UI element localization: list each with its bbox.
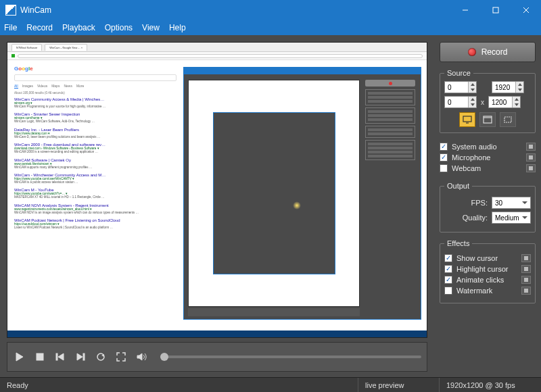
show-cursor-options[interactable] xyxy=(521,254,531,262)
highlight-cursor-label: Highlight cursor xyxy=(456,265,517,273)
system-audio-options[interactable] xyxy=(526,143,536,151)
cursor-highlight xyxy=(293,201,301,210)
source-x1[interactable]: 0 xyxy=(444,81,477,93)
window-title: WinCam xyxy=(20,5,51,15)
svg-point-10 xyxy=(97,353,104,360)
next-frame-button[interactable] xyxy=(74,350,87,364)
microphone-checkbox[interactable] xyxy=(440,153,448,162)
menu-playback[interactable]: Playback xyxy=(62,23,95,32)
menu-record[interactable]: Record xyxy=(26,23,53,32)
svg-rect-28 xyxy=(529,166,533,170)
record-label: Record xyxy=(481,47,508,57)
output-legend: Output xyxy=(444,182,472,190)
preview-content: NTWind Software WinCam - Google Sear… × … xyxy=(7,43,427,337)
svg-rect-30 xyxy=(524,267,528,271)
title-bar: WinCam xyxy=(0,0,541,20)
show-cursor-checkbox[interactable] xyxy=(444,254,452,262)
app-icon xyxy=(5,5,16,16)
watermark-options[interactable] xyxy=(521,287,531,295)
svg-rect-9 xyxy=(83,353,85,360)
svg-marker-16 xyxy=(518,89,522,91)
svg-rect-5 xyxy=(37,353,43,360)
status-dimensions: 1920x1200 @ 30 fps xyxy=(440,378,541,392)
svg-rect-21 xyxy=(463,116,471,122)
status-ready: Ready xyxy=(0,378,358,392)
source-group: Source 0 1920 0 x 1200 xyxy=(440,69,536,133)
minimize-button[interactable] xyxy=(450,0,480,20)
source-mode-region[interactable] xyxy=(500,112,516,127)
fps-select[interactable]: 30 xyxy=(492,197,531,209)
svg-marker-13 xyxy=(471,83,475,86)
animate-clicks-options[interactable] xyxy=(521,276,531,284)
menu-bar: File Record Playback Options View Help xyxy=(0,20,541,35)
svg-marker-8 xyxy=(77,353,83,360)
stop-button[interactable] xyxy=(33,350,47,364)
system-audio-checkbox[interactable] xyxy=(440,143,448,151)
record-button[interactable]: Record xyxy=(440,42,536,62)
watermark-label: Watermark xyxy=(456,287,517,295)
quality-label: Quality: xyxy=(463,214,488,222)
volume-button[interactable] xyxy=(135,350,148,364)
fullscreen-button[interactable] xyxy=(114,350,128,364)
menu-options[interactable]: Options xyxy=(105,23,133,32)
microphone-options[interactable] xyxy=(526,153,536,162)
svg-rect-32 xyxy=(524,289,528,293)
watermark-checkbox[interactable] xyxy=(444,287,452,295)
effects-legend: Effects xyxy=(444,239,472,247)
menu-file[interactable]: File xyxy=(4,23,17,32)
svg-rect-6 xyxy=(56,353,57,360)
svg-marker-4 xyxy=(16,353,23,361)
show-cursor-label: Show cursor xyxy=(456,254,517,262)
svg-marker-17 xyxy=(471,98,475,101)
source-y1[interactable]: 0 xyxy=(444,96,477,108)
play-button[interactable] xyxy=(13,350,26,364)
close-button[interactable] xyxy=(511,0,541,20)
status-bar: Ready live preview 1920x1200 @ 30 fps xyxy=(0,377,541,392)
webcam-options[interactable] xyxy=(526,164,536,172)
svg-marker-15 xyxy=(518,83,522,86)
source-mode-fullscreen[interactable] xyxy=(459,112,475,127)
source-mode-window[interactable] xyxy=(479,112,496,127)
svg-rect-25 xyxy=(504,117,511,122)
svg-marker-18 xyxy=(471,103,475,106)
svg-marker-20 xyxy=(515,103,519,106)
maximize-button[interactable] xyxy=(480,0,511,20)
side-panel: Record Source 0 1920 0 x 1200 xyxy=(434,35,541,377)
highlight-cursor-options[interactable] xyxy=(521,265,531,273)
x-separator: x xyxy=(479,99,486,106)
effects-group: Effects Show cursor Highlight cursor Ani… xyxy=(440,239,536,303)
animate-clicks-checkbox[interactable] xyxy=(444,276,452,284)
svg-marker-14 xyxy=(471,89,475,91)
seek-slider[interactable] xyxy=(160,356,421,358)
svg-marker-7 xyxy=(58,353,64,360)
source-legend: Source xyxy=(444,69,473,77)
preview-area[interactable]: NTWind Software WinCam - Google Sear… × … xyxy=(7,42,427,338)
loop-button[interactable] xyxy=(94,350,108,364)
fps-label: FPS: xyxy=(471,199,488,207)
svg-rect-27 xyxy=(529,155,533,160)
animate-clicks-label: Animate clicks xyxy=(456,276,517,284)
svg-rect-31 xyxy=(524,278,528,282)
microphone-label: Microphone xyxy=(452,153,522,162)
system-audio-label: System audio xyxy=(452,143,522,151)
svg-marker-12 xyxy=(137,353,142,360)
source-x2[interactable]: 1920 xyxy=(492,81,524,93)
nested-preview xyxy=(183,67,421,320)
record-icon xyxy=(468,48,476,56)
transport-bar xyxy=(7,342,427,372)
output-group: Output FPS: 30 Quality: Medium xyxy=(440,182,536,232)
svg-rect-1 xyxy=(493,7,498,13)
menu-help[interactable]: Help xyxy=(169,23,186,32)
quality-select[interactable]: Medium xyxy=(492,212,531,224)
svg-rect-29 xyxy=(524,256,528,260)
webcam-checkbox[interactable] xyxy=(440,164,448,172)
menu-view[interactable]: View xyxy=(142,23,160,32)
status-mode: live preview xyxy=(358,378,440,392)
input-devices: System audio Microphone Webcam xyxy=(440,140,536,175)
webcam-label: Webcam xyxy=(452,164,522,172)
highlight-cursor-checkbox[interactable] xyxy=(444,265,452,273)
svg-rect-26 xyxy=(529,145,533,149)
source-y2[interactable]: 1200 xyxy=(488,96,521,108)
svg-marker-19 xyxy=(515,98,519,101)
prev-frame-button[interactable] xyxy=(53,350,67,364)
